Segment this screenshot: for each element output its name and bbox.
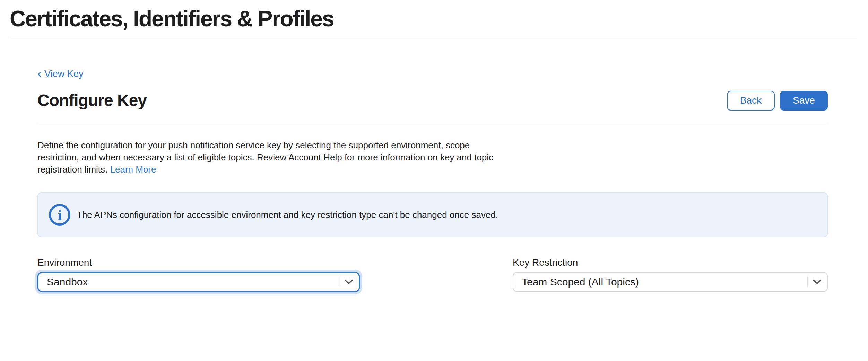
- environment-select[interactable]: Sandbox: [37, 272, 360, 292]
- page-title: Certificates, Identifiers & Profiles: [10, 5, 857, 33]
- svg-text:i: i: [58, 207, 62, 223]
- environment-field: Environment Sandbox: [37, 257, 360, 292]
- info-banner: i The APNs configuration for accessible …: [37, 192, 828, 237]
- section-divider: [37, 123, 828, 123]
- description-line-3: registration limits.: [37, 164, 107, 175]
- banner-text: The APNs configuration for accessible en…: [77, 209, 498, 221]
- chevron-down-icon: [812, 279, 822, 285]
- key-restriction-select[interactable]: Team Scoped (All Topics): [513, 272, 828, 292]
- key-restriction-select-value: Team Scoped (All Topics): [513, 276, 639, 288]
- chevron-left-icon: ‹: [37, 68, 41, 78]
- back-link-label: View Key: [44, 68, 83, 80]
- description-text: Define the configuration for your push n…: [37, 139, 828, 176]
- key-restriction-label: Key Restriction: [513, 257, 828, 268]
- form-row: Environment Sandbox Key Restriction Team…: [37, 257, 828, 292]
- learn-more-link[interactable]: Learn More: [110, 164, 156, 175]
- environment-label: Environment: [37, 257, 360, 268]
- button-group: Back Save: [727, 91, 828, 111]
- description-line-1: Define the configuration for your push n…: [37, 139, 828, 151]
- select-separator: [339, 277, 339, 287]
- chevron-down-icon: [344, 279, 354, 285]
- heading-row: Configure Key Back Save: [37, 90, 828, 111]
- info-icon: i: [49, 204, 71, 226]
- save-button[interactable]: Save: [780, 91, 828, 111]
- configure-key-section: ‹ View Key Configure Key Back Save Defin…: [37, 37, 828, 292]
- page-header: Certificates, Identifiers & Profiles: [10, 0, 857, 37]
- key-restriction-field: Key Restriction Team Scoped (All Topics): [513, 257, 828, 292]
- environment-select-value: Sandbox: [38, 276, 88, 288]
- section-heading: Configure Key: [37, 90, 147, 111]
- description-line-2: restriction, and when necessary a list o…: [37, 151, 828, 164]
- back-link-view-key[interactable]: ‹ View Key: [37, 68, 83, 80]
- select-separator: [807, 277, 808, 287]
- back-button[interactable]: Back: [727, 91, 775, 111]
